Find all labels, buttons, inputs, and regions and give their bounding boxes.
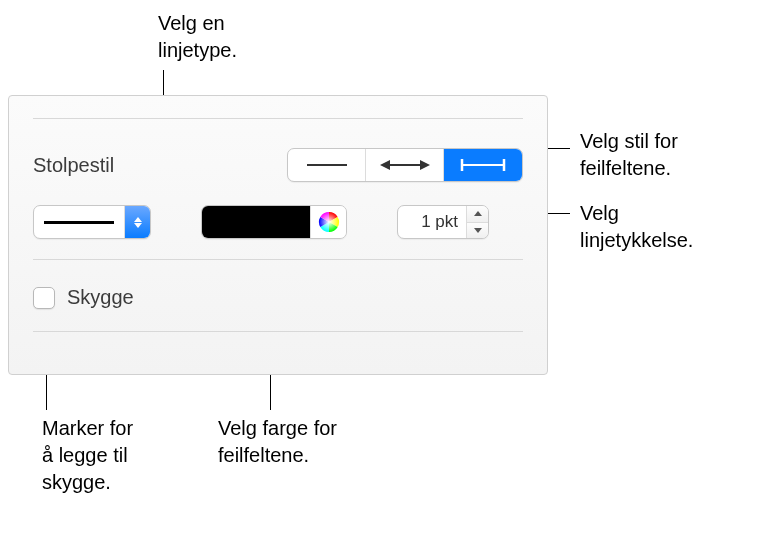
line-thickness-stepper: 1 pkt — [397, 205, 489, 239]
divider — [33, 331, 523, 332]
callout-shadow: Marker for å legge til skygge. — [42, 415, 182, 496]
error-bar-style-arrow[interactable] — [366, 149, 444, 181]
callout-color: Velg farge for feilfeltene. — [218, 415, 388, 469]
divider — [33, 118, 523, 119]
line-thickness-value[interactable]: 1 pkt — [398, 212, 466, 232]
section-label-bar-style: Stolpestil — [33, 154, 114, 177]
color-wheel-button[interactable] — [310, 206, 346, 238]
line-type-preview — [34, 221, 124, 224]
callout-bar-style: Velg stil for feilfeltene. — [580, 128, 750, 182]
shadow-label: Skygge — [67, 286, 134, 309]
callout-line-type: Velg en linjetype. — [158, 10, 278, 64]
svg-marker-11 — [474, 228, 482, 233]
error-bar-style-cap[interactable] — [444, 149, 522, 181]
divider — [33, 259, 523, 260]
color-well[interactable] — [202, 206, 310, 238]
settings-panel: Stolpestil — [8, 95, 548, 375]
error-bar-style-line[interactable] — [288, 149, 366, 181]
color-picker-group — [201, 205, 347, 239]
svg-marker-8 — [134, 223, 142, 228]
svg-marker-2 — [380, 160, 390, 170]
callout-thickness: Velg linjetykkelse. — [580, 200, 760, 254]
stepper-down[interactable] — [467, 223, 488, 239]
svg-marker-10 — [474, 211, 482, 216]
line-type-dropdown[interactable] — [33, 205, 151, 239]
svg-marker-3 — [420, 160, 430, 170]
shadow-checkbox[interactable] — [33, 287, 55, 309]
dropdown-arrows-icon — [124, 206, 150, 238]
error-bar-style-segmented[interactable] — [287, 148, 523, 182]
svg-point-9 — [319, 212, 339, 232]
stepper-up[interactable] — [467, 206, 488, 223]
svg-marker-7 — [134, 217, 142, 222]
